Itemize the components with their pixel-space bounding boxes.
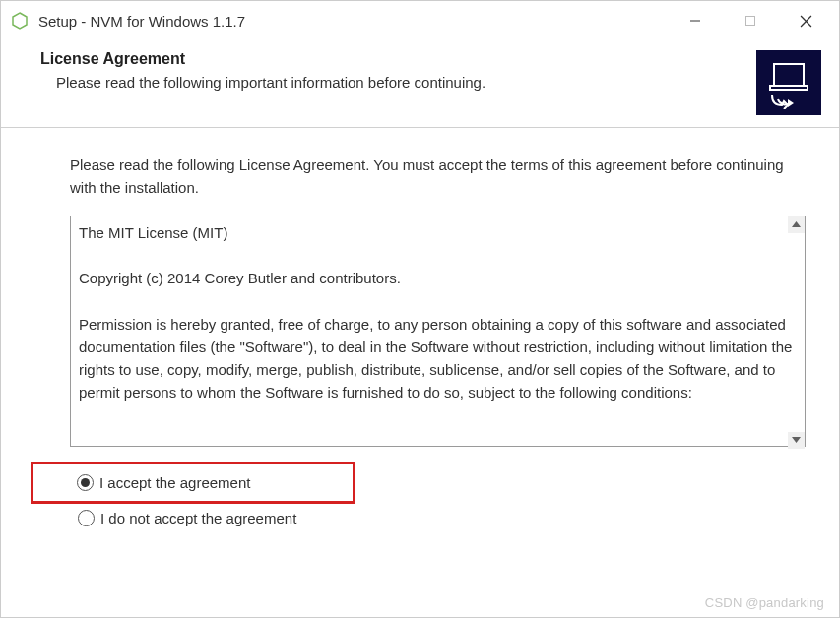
radio-section: I accept the agreement I do not accept t… xyxy=(70,462,806,532)
page-title: License Agreement xyxy=(40,50,739,68)
close-button[interactable] xyxy=(778,4,833,37)
svg-rect-2 xyxy=(746,17,755,26)
app-icon xyxy=(11,12,29,30)
setup-icon xyxy=(756,50,821,115)
svg-rect-5 xyxy=(774,64,804,86)
reject-radio-row[interactable]: I do not accept the agreement xyxy=(70,504,806,532)
header-text: License Agreement Please read the follow… xyxy=(40,50,739,91)
radio-icon xyxy=(77,474,94,491)
svg-rect-6 xyxy=(770,86,808,90)
radio-icon xyxy=(78,510,95,526)
svg-marker-0 xyxy=(13,13,27,29)
license-textarea[interactable] xyxy=(70,216,806,447)
svg-marker-7 xyxy=(788,99,794,107)
instruction-text: Please read the following License Agreem… xyxy=(70,154,806,200)
minimize-button[interactable] xyxy=(668,4,723,37)
titlebar: Setup - NVM for Windows 1.1.7 xyxy=(1,1,839,40)
content-area: Please read the following License Agreem… xyxy=(1,128,839,617)
window-title: Setup - NVM for Windows 1.1.7 xyxy=(38,13,668,30)
window-controls xyxy=(668,4,833,37)
header-section: License Agreement Please read the follow… xyxy=(1,40,839,128)
installer-window: Setup - NVM for Windows 1.1.7 License Ag… xyxy=(0,0,840,618)
license-box-wrap xyxy=(70,216,806,450)
accept-radio-label: I accept the agreement xyxy=(99,474,250,491)
page-subtitle: Please read the following important info… xyxy=(56,74,739,91)
maximize-button xyxy=(723,4,778,37)
accept-radio-row[interactable]: I accept the agreement xyxy=(31,462,355,504)
reject-radio-label: I do not accept the agreement xyxy=(100,510,296,526)
